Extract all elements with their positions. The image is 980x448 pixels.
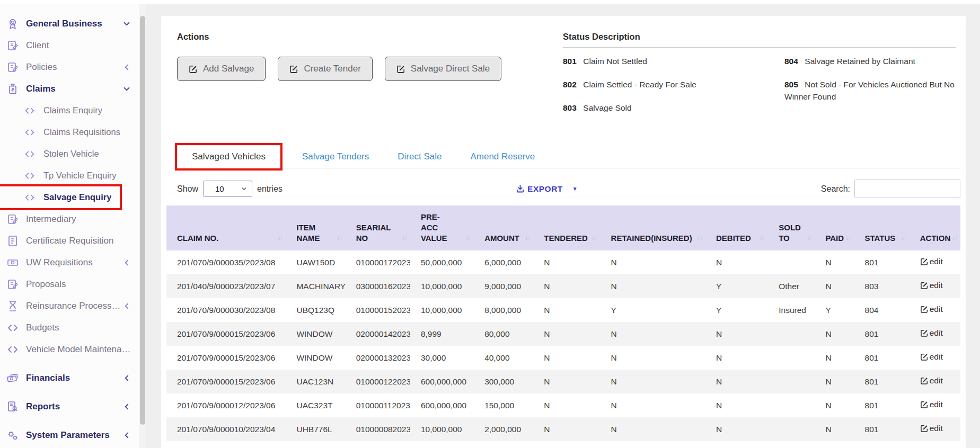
add-salvage-button[interactable]: Add Salvage	[177, 57, 266, 81]
cell-serial-no: 020000132023	[346, 346, 410, 370]
cell-paid: N	[815, 322, 854, 346]
sidebar-item-reports[interactable]: Reports	[0, 396, 139, 417]
sidebar-item-claims-enquiry[interactable]: Claims Enquiry	[0, 100, 139, 121]
cell-retained: Y	[601, 298, 705, 322]
col-action[interactable]: ACTION↓↑	[910, 205, 960, 250]
chevrons-icon	[6, 321, 19, 334]
edit-link[interactable]: edit	[920, 257, 943, 266]
tab-salvaged-vehicles[interactable]: Salvaged Vehicles	[177, 145, 280, 168]
entries-select[interactable]: 10	[203, 181, 252, 197]
top-bar	[0, 0, 980, 4]
cell-claim-no: 201/070/9/000035/2023/08	[166, 250, 286, 274]
cell-sold-to: Insured	[768, 298, 815, 322]
col-retained-insured[interactable]: RETAINED(INSURED)↓↑	[601, 205, 705, 250]
salvage-direct-sale-button[interactable]: Salvage Direct Sale	[385, 57, 501, 81]
create-tender-button[interactable]: Create Tender	[278, 57, 372, 81]
edit-link[interactable]: edit	[920, 352, 943, 362]
cell-sold-to	[768, 441, 815, 448]
chevron-left-icon	[122, 258, 131, 267]
cell-serial-no: 010000152023	[346, 298, 410, 322]
col-serial-no[interactable]: SEARIAL NO↓↑	[346, 205, 410, 250]
sidebar-item-intermediary[interactable]: Intermediary	[0, 208, 139, 230]
sidebar-item-general-business[interactable]: General Business	[0, 13, 139, 34]
cell-item-name: UHB776L	[286, 417, 345, 441]
cell-claim-no: 201/070/9/000015/2023/06	[166, 370, 286, 393]
edit-link[interactable]: edit	[920, 400, 943, 409]
edit-link[interactable]: edit	[920, 376, 943, 386]
sidebar-item-claims-requisitions[interactable]: Claims Requisitions	[0, 121, 139, 143]
cell-paid: N	[815, 370, 854, 393]
edit-link[interactable]: edit	[920, 281, 943, 290]
cell-sold-to	[768, 393, 815, 417]
cell-tendered: N	[533, 346, 600, 370]
sidebar-item-reinsurance-processing[interactable]: Reinsurance Processing	[0, 295, 139, 317]
table-row: 201/070/9/000015/2023/06 UAC123N 0100001…	[166, 370, 960, 393]
edit-link[interactable]: edit	[920, 328, 943, 338]
col-tendered[interactable]: TENDERED↓↑	[533, 205, 600, 250]
table-row: 201/070/9/000010/2023/04 UHB776L 0100000…	[166, 417, 960, 441]
col-item-name[interactable]: ITEM NAME↓↑	[286, 205, 345, 250]
edit-icon	[920, 424, 929, 433]
cell-sold-to	[768, 417, 815, 441]
client-icon	[6, 39, 19, 52]
cell-status: 801	[854, 417, 910, 441]
cell-action: edit	[910, 274, 960, 298]
sidebar-item-policies[interactable]: Policies	[0, 56, 139, 78]
col-claim-no[interactable]: CLAIM NO.↓↑	[166, 205, 286, 250]
sidebar-item-stolen-vehicle[interactable]: Stolen Vehicle	[0, 143, 139, 165]
sidebar-item-financials[interactable]: Financials	[0, 367, 139, 389]
col-pre-acc-value[interactable]: PRE-ACC VALUE↓↑	[410, 205, 474, 250]
scrollbar-thumb[interactable]	[140, 16, 145, 425]
search-input[interactable]	[854, 180, 960, 198]
export-button[interactable]: EXPORT ▼	[516, 184, 578, 194]
sidebar-item-certificate-requisition[interactable]: Certificate Requisition	[0, 230, 139, 252]
sort-icon: ↓↑	[402, 232, 407, 243]
cell-tendered: N	[533, 441, 600, 448]
sidebar-item-client[interactable]: Client	[0, 34, 139, 56]
cell-tendered: N	[533, 370, 600, 393]
tab-salvage-tenders[interactable]: Salvage Tenders	[288, 146, 383, 168]
edit-icon	[920, 377, 929, 385]
sort-icon: ↓↑	[846, 232, 851, 243]
sidebar-item-salvage-enquiry[interactable]: Salvage Enquiry	[0, 186, 120, 208]
col-paid[interactable]: PAID↓↑	[815, 205, 854, 250]
sidebar-item-proposals[interactable]: Proposals	[0, 273, 139, 295]
cell-retained: N	[601, 250, 705, 274]
sidebar-item-budgets[interactable]: Budgets	[0, 317, 139, 338]
col-sold-to[interactable]: SOLD TO↓↑	[768, 205, 815, 250]
sidebar-item-system-parameters[interactable]: System Parameters	[0, 424, 139, 446]
col-debited[interactable]: DEBITED↓↑	[705, 205, 768, 250]
document-icon	[6, 235, 19, 247]
edit-icon	[396, 65, 405, 74]
policies-icon	[6, 61, 19, 74]
cell-serial-no: 010000092023	[346, 441, 410, 448]
edit-link[interactable]: edit	[920, 424, 943, 433]
chevron-down-icon	[122, 84, 131, 94]
cell-item-name: UGT544W	[286, 441, 345, 448]
sidebar-item-claims[interactable]: Claims	[0, 78, 139, 100]
tab-direct-sale[interactable]: Direct Sale	[383, 146, 456, 168]
cell-claim-no: 201/070/9/000013/2023/06	[166, 441, 286, 448]
cell-retained: N	[601, 417, 705, 441]
cell-status: 801	[854, 393, 910, 417]
sidebar-item-vehicle-model-maintenance[interactable]: Vehicle Model Maintenance	[0, 338, 139, 360]
cell-claim-no: 201/070/9/000012/2023/06	[166, 393, 286, 417]
cell-tendered: N	[533, 393, 600, 417]
sidebar-item-uw-requisitions[interactable]: UW Requisitions	[0, 252, 139, 273]
sort-icon: ↓↑	[592, 232, 597, 243]
cell-debited: Y	[705, 274, 768, 298]
col-amount[interactable]: AMOUNT↓↑	[474, 205, 533, 250]
sidebar-item-tp-vehicle-enquiry[interactable]: Tp Vehicle Enquiry	[0, 165, 139, 186]
edit-link[interactable]: edit	[920, 304, 943, 314]
col-status[interactable]: STATUS↓↑	[854, 205, 910, 250]
cell-paid: N	[815, 274, 854, 298]
tab-amend-reserve[interactable]: Amend Reserve	[456, 146, 549, 168]
edit-icon	[920, 305, 929, 313]
status-item-801: 801 Claim Not Settled	[563, 55, 784, 67]
cell-claim-no: 201/040/9/000023/2023/07	[166, 274, 286, 298]
cell-status: 801	[854, 322, 910, 346]
cell-tendered: N	[533, 322, 600, 346]
sidebar: General Business Client Policies Claims …	[0, 0, 139, 448]
chevron-left-icon	[122, 373, 131, 383]
sort-icon: ↓↑	[952, 232, 957, 243]
